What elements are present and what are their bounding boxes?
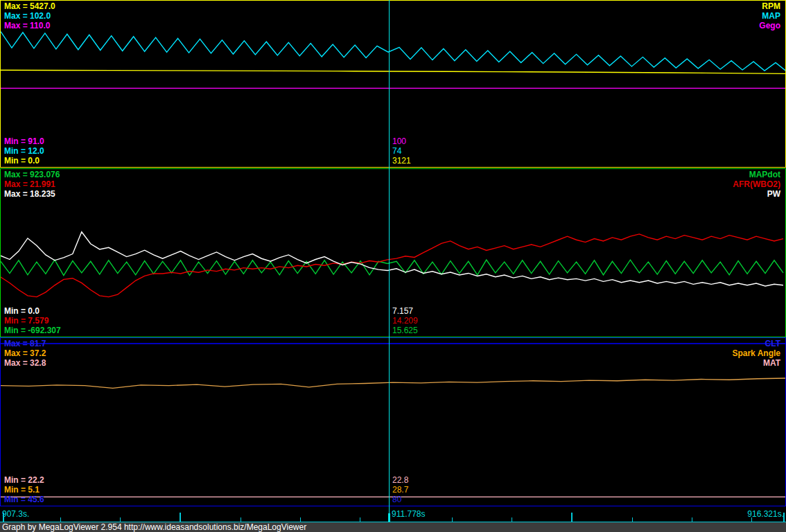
cursor-line[interactable] <box>389 0 390 522</box>
max-values-block: Max = 5427.0Max = 102.0Max = 110.0 <box>4 1 55 30</box>
time-tick <box>3 513 4 522</box>
trace-mapdot <box>1 260 783 275</box>
min-values-block: Min = 22.2Min = 5.1Min = 45.6 <box>4 475 44 504</box>
min-values-block: Min = 0.0Min = 7.579Min = -692.307 <box>4 306 61 335</box>
trace-afr-wbo2 <box>1 234 783 297</box>
series-legend: CLTSpark AngleMAT <box>732 339 780 368</box>
min-label-spark-angle: Min = 5.1 <box>4 485 44 495</box>
max-label-clt: Max = 81.7 <box>4 339 46 348</box>
legend-spark-angle: Spark Angle <box>732 348 780 358</box>
legend-gego: Gego <box>759 21 780 30</box>
min-label-clt: Min = 45.6 <box>4 495 44 504</box>
chart-panel-rpm-map-gego: Max = 5427.0Max = 102.0Max = 110.0 Min =… <box>0 0 786 168</box>
max-label-pw: Max = 18.235 <box>4 189 60 199</box>
max-label-mapdot: Max = 923.076 <box>4 170 60 179</box>
legend-clt: CLT <box>732 339 780 348</box>
min-label-mat: Min = 22.2 <box>4 475 44 485</box>
min-label-mapdot: Min = -692.307 <box>4 326 61 335</box>
max-label-rpm: Max = 5427.0 <box>4 1 55 11</box>
cursor-values-block: 100743121 <box>392 136 411 166</box>
min-label-afr-wbo2: Min = 7.579 <box>4 316 61 326</box>
time-start-label: 907.3s. <box>2 509 29 519</box>
max-label-afr-wbo2: Max = 21.991 <box>4 179 60 189</box>
cursor-value-map: 74 <box>392 146 411 156</box>
cursor-values-block: 7.15714.20915.625 <box>392 306 418 335</box>
time-tick <box>60 517 61 522</box>
cursor-value-spark-angle: 28.7 <box>392 485 408 495</box>
time-tick <box>180 513 181 522</box>
time-tick <box>452 517 453 522</box>
legend-rpm: RPM <box>759 1 780 11</box>
max-values-block: Max = 923.076Max = 21.991Max = 18.235 <box>4 170 60 199</box>
time-tick <box>241 517 241 522</box>
chart-panel-mapdot-afr-pw: Max = 923.076Max = 21.991Max = 18.235 Mi… <box>0 168 786 337</box>
chart-panel-clt-spark-mat: Max = 81.7Max = 37.2Max = 32.8 Min = 22.… <box>0 337 786 506</box>
legend-pw: PW <box>733 189 780 199</box>
series-legend: RPMMAPGego <box>759 1 780 30</box>
time-tick <box>360 517 360 522</box>
time-tick <box>632 517 633 522</box>
time-cursor-label: 911.778s <box>392 509 426 519</box>
max-label-spark-angle: Max = 37.2 <box>4 348 46 358</box>
min-label-pw: Min = 0.0 <box>4 306 61 316</box>
trace-map <box>1 32 785 72</box>
time-tick <box>571 513 573 522</box>
legend-afr-wbo2: AFR(WBO2) <box>733 179 780 189</box>
cursor-axis-tick[interactable] <box>388 513 390 522</box>
status-bar: Graph by MegaLogViewer 2.954 http://www.… <box>0 522 786 532</box>
min-label-rpm: Min = 0.0 <box>4 156 44 166</box>
time-tick <box>692 517 692 522</box>
time-end-label: 916.321s. <box>747 509 784 519</box>
cursor-value-gego: 100 <box>392 136 411 146</box>
time-tick <box>120 517 121 522</box>
cursor-value-clt: 80 <box>392 495 408 504</box>
time-tick <box>512 517 512 522</box>
cursor-value-rpm: 3121 <box>392 156 411 166</box>
min-values-block: Min = 91.0Min = 12.0Min = 0.0 <box>4 136 44 166</box>
legend-mat: MAT <box>732 358 780 368</box>
max-label-map: Max = 102.0 <box>4 11 55 21</box>
trace-spark-angle <box>1 378 785 388</box>
trace-rpm <box>1 70 785 73</box>
time-axis: 907.3s. 911.778s 916.321s. <box>0 506 786 522</box>
cursor-value-mapdot: 15.625 <box>392 326 418 335</box>
legend-mapdot: MAPdot <box>733 170 780 179</box>
legend-map: MAP <box>759 11 780 21</box>
cursor-values-block: 22.828.780 <box>392 475 408 504</box>
time-tick <box>751 517 752 522</box>
max-label-mat: Max = 32.8 <box>4 358 46 368</box>
time-tick <box>300 517 301 522</box>
cursor-value-mat: 22.8 <box>392 475 408 485</box>
cursor-value-pw: 7.157 <box>392 306 418 316</box>
cursor-value-afr-wbo2: 14.209 <box>392 316 418 326</box>
max-values-block: Max = 81.7Max = 37.2Max = 32.8 <box>4 339 46 368</box>
min-label-gego: Min = 91.0 <box>4 136 44 146</box>
min-label-map: Min = 12.0 <box>4 146 44 156</box>
max-label-gego: Max = 110.0 <box>4 21 55 30</box>
megalogviewer-graph-window: Max = 5427.0Max = 102.0Max = 110.0 Min =… <box>0 0 786 532</box>
time-tick <box>783 513 785 522</box>
series-legend: MAPdotAFR(WBO2)PW <box>733 170 780 199</box>
